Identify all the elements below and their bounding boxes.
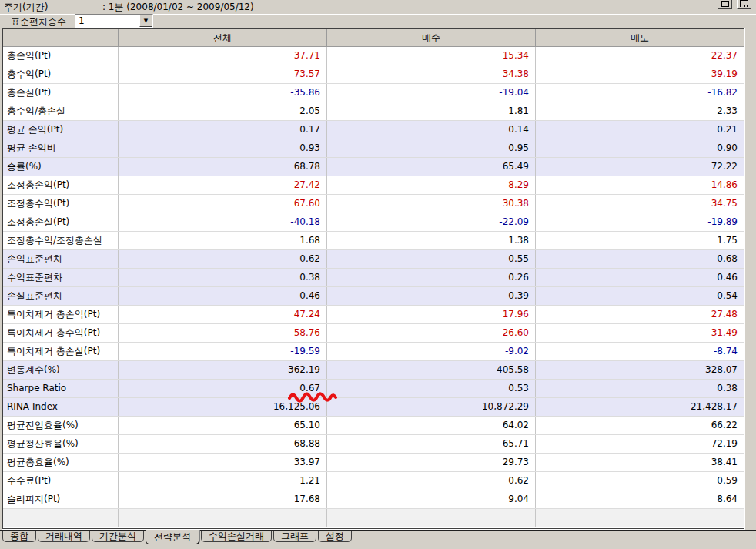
row-label: 총손실(Pt) xyxy=(3,84,119,102)
row-label: 조정총손익(Pt) xyxy=(3,176,119,194)
table-row[interactable]: RINA Index16,125.0610,872.2921,428.17 xyxy=(3,398,744,417)
row-label: 수수료(Pt) xyxy=(3,472,119,490)
tab-3[interactable]: 기간분석 xyxy=(92,531,144,542)
stddev-multiplier-value: 1 xyxy=(75,15,139,26)
row-label: 총수익(Pt) xyxy=(3,65,119,83)
table-row[interactable]: 총손익(Pt)37.7115.3422.37 xyxy=(3,47,744,65)
value-cell: 33.97 xyxy=(119,454,327,471)
restore-window-icon xyxy=(721,1,729,7)
table-header-row: 전체매수매도 xyxy=(3,29,744,47)
title-strip: 주기(기간) : 1분 (2008/01/02 ~ 2009/05/12) xyxy=(0,0,756,12)
value-cell: 0.53 xyxy=(327,380,536,397)
value-cell: 0.59 xyxy=(536,472,744,490)
window-controls xyxy=(718,0,751,9)
window-button[interactable] xyxy=(737,0,751,9)
table-row[interactable]: 수익표준편차0.380.260.46 xyxy=(3,269,744,287)
row-label: 총수익/총손실 xyxy=(3,102,119,120)
table-row[interactable]: 조정총수익/조정총손실1.681.381.75 xyxy=(3,232,744,250)
value-cell: 0.54 xyxy=(536,287,744,305)
table-row[interactable]: 특이치제거 총손실(Pt)-19.59-9.02-8.74 xyxy=(3,343,744,361)
table-row[interactable]: 손익표준편차0.620.550.68 xyxy=(3,250,744,269)
value-cell: 21,428.17 xyxy=(536,398,744,416)
row-label: 손실표준편차 xyxy=(3,287,119,305)
value-cell: 68.78 xyxy=(119,158,327,176)
value-cell: 31.49 xyxy=(536,324,744,342)
tab-2[interactable]: 거래내역 xyxy=(38,531,90,542)
value-cell: 68.88 xyxy=(119,435,327,453)
empty-value-cell xyxy=(327,509,536,527)
row-label: 총손익(Pt) xyxy=(3,47,119,65)
table-body: 총손익(Pt)37.7115.3422.37총수익(Pt)73.5734.383… xyxy=(3,47,744,527)
value-cell: 58.76 xyxy=(119,324,327,342)
tab-7[interactable]: 설정 xyxy=(318,531,352,542)
table-row[interactable]: 평균 손익비0.930.950.90 xyxy=(3,139,744,158)
table-row[interactable]: 수수료(Pt)1.210.620.59 xyxy=(3,472,744,490)
table-row[interactable]: 슬리피지(Pt)17.689.048.64 xyxy=(3,490,744,509)
table-row[interactable]: 평균진입효율(%)65.1064.0266.22 xyxy=(3,417,744,435)
table-row[interactable]: 특이치제거 총수익(Pt)58.7626.6031.49 xyxy=(3,324,744,343)
strategy-analysis-window: 주기(기간) : 1분 (2008/01/02 ~ 2009/05/12) 표준… xyxy=(0,0,756,549)
value-cell: 0.14 xyxy=(327,121,536,139)
chevron-down-icon[interactable]: ▼ xyxy=(139,15,152,27)
value-cell: 22.37 xyxy=(536,47,744,65)
tab-5[interactable]: 수익손실거래 xyxy=(201,531,272,542)
row-label: 특이치제거 총손실(Pt) xyxy=(3,343,119,360)
table-row[interactable]: 조정총손실(Pt)-40.18-22.09-19.89 xyxy=(3,213,744,232)
table-row[interactable]: 평균총효율(%)33.9729.7338.41 xyxy=(3,454,744,472)
value-cell: 1.81 xyxy=(327,102,536,120)
value-cell: 0.90 xyxy=(536,139,744,157)
value-cell: 27.48 xyxy=(536,306,744,323)
control-bar: 표준편차승수 1 ▼ xyxy=(0,13,756,28)
value-cell: -9.02 xyxy=(327,343,536,360)
row-label: 조정총수익(Pt) xyxy=(3,195,119,213)
table-row[interactable]: 특이치제거 총손익(Pt)47.2417.9627.48 xyxy=(3,306,744,324)
value-cell: 0.67 xyxy=(119,380,327,397)
table-row[interactable]: 총수익/총손실2.051.812.33 xyxy=(3,102,744,121)
column-header: 매도 xyxy=(536,29,744,46)
restore-button[interactable] xyxy=(718,0,732,9)
table-row[interactable]: 조정총수익(Pt)67.6030.3834.75 xyxy=(3,195,744,213)
value-cell: -22.09 xyxy=(327,213,536,231)
table-row[interactable]: 총수익(Pt)73.5734.3839.19 xyxy=(3,65,744,84)
row-label: 특이치제거 총손익(Pt) xyxy=(3,306,119,323)
value-cell: 0.62 xyxy=(119,250,327,268)
window-icon xyxy=(740,0,748,7)
stddev-multiplier-select[interactable]: 1 ▼ xyxy=(75,14,153,28)
table-row[interactable]: 평균 손익(Pt)0.170.140.21 xyxy=(3,121,744,139)
row-label: 평균청산효율(%) xyxy=(3,435,119,453)
value-cell: 0.68 xyxy=(536,250,744,268)
value-cell: 1.38 xyxy=(327,232,536,249)
value-cell: 0.62 xyxy=(327,472,536,490)
empty-value-cell xyxy=(119,509,327,527)
row-label: 조정총손실(Pt) xyxy=(3,213,119,231)
value-cell: -19.04 xyxy=(327,84,536,102)
value-cell: -8.74 xyxy=(536,343,744,360)
tab-1[interactable]: 종합 xyxy=(2,531,36,542)
value-cell: 14.86 xyxy=(536,176,744,194)
value-cell: 34.75 xyxy=(536,195,744,213)
tab-6[interactable]: 그래프 xyxy=(273,531,316,542)
table-row[interactable]: 승률(%)68.7865.4972.22 xyxy=(3,158,744,176)
table-row[interactable]: Sharpe Ratio0.670.530.38 xyxy=(3,380,744,398)
value-cell: 17.96 xyxy=(327,306,536,323)
value-cell: 328.07 xyxy=(536,361,744,379)
value-cell: 10,872.29 xyxy=(327,398,536,416)
value-cell: 1.75 xyxy=(536,232,744,249)
value-cell: 0.93 xyxy=(119,139,327,157)
value-cell: 0.21 xyxy=(536,121,744,139)
row-label: 특이치제거 총수익(Pt) xyxy=(3,324,119,342)
table-row[interactable]: 손실표준편차0.460.390.54 xyxy=(3,287,744,306)
table-row[interactable]: 변동계수(%)362.19405.58328.07 xyxy=(3,361,744,380)
value-cell: 1.68 xyxy=(119,232,327,249)
row-label: 평균총효율(%) xyxy=(3,454,119,471)
value-cell: 405.58 xyxy=(327,361,536,379)
value-cell: 0.46 xyxy=(119,287,327,305)
table-row[interactable]: 총손실(Pt)-35.86-19.04-16.82 xyxy=(3,84,744,102)
table-row[interactable]: 평균청산효율(%)68.8865.7172.19 xyxy=(3,435,744,454)
table-row[interactable]: 조정총손익(Pt)27.428.2914.86 xyxy=(3,176,744,195)
tab-4[interactable]: 전략분석 xyxy=(146,530,199,544)
row-label: 수익표준편차 xyxy=(3,269,119,286)
empty-row xyxy=(3,509,744,527)
value-cell: 37.71 xyxy=(119,47,327,65)
value-cell: -19.89 xyxy=(536,213,744,231)
